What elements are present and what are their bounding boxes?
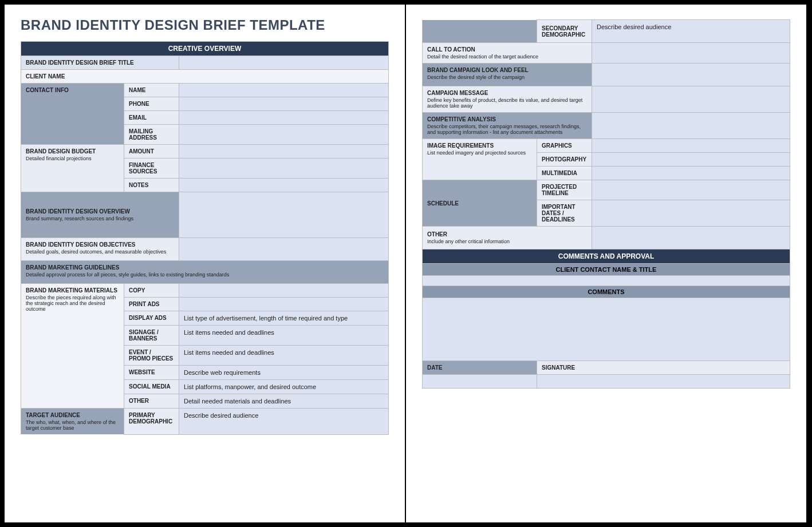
- label-competitive: COMPETITIVE ANALYSIS Describe competitor…: [423, 113, 592, 139]
- field-event[interactable]: List items needed and deadlines: [179, 346, 389, 366]
- label-cta-text: CALL TO ACTION: [427, 46, 475, 53]
- field-comments[interactable]: [423, 298, 790, 361]
- label-contact-info: CONTACT INFO: [21, 84, 124, 145]
- field-website[interactable]: Describe web requirements: [179, 366, 389, 380]
- label-competitive-text: COMPETITIVE ANALYSIS: [427, 116, 496, 122]
- label-overview-sub: Brand summary, research sources and find…: [26, 216, 174, 221]
- page-title: BRAND IDENTITY DESIGN BRIEF TEMPLATE: [21, 17, 389, 33]
- label-objectives-sub: Detailed goals, desired outcomes, and me…: [26, 249, 174, 255]
- label-signature: SIGNATURE: [537, 361, 790, 375]
- label-lookfeel: BRAND CAMPAIGN LOOK AND FEEL Describe th…: [423, 64, 592, 86]
- subheader-comments: COMMENTS: [423, 286, 790, 298]
- label-target-sub: The who, what, when, and where of the ta…: [26, 419, 119, 431]
- field-signature[interactable]: [537, 375, 790, 389]
- section-header-comments-approval: COMMENTS AND APPROVAL: [423, 249, 790, 264]
- label-target: TARGET AUDIENCE The who, what, when, and…: [21, 409, 124, 435]
- label-competitive-sub: Describe competitors, their campaign mes…: [427, 124, 587, 135]
- field-email[interactable]: [179, 111, 389, 125]
- page-1: BRAND IDENTITY DESIGN BRIEF TEMPLATE CRE…: [5, 5, 405, 522]
- field-print-ads[interactable]: [179, 298, 389, 311]
- field-objectives[interactable]: [179, 238, 389, 261]
- label-finance-sources: FINANCE SOURCES: [124, 159, 179, 179]
- field-message[interactable]: [592, 86, 790, 113]
- field-deadlines[interactable]: [592, 200, 790, 227]
- field-lookfeel[interactable]: [592, 64, 790, 86]
- field-other-mat[interactable]: Detail needed materials and deadlines: [179, 394, 389, 409]
- label-photography: PHOTOGRAPHY: [537, 153, 592, 167]
- field-display-ads[interactable]: List type of advertisement, length of ti…: [179, 311, 389, 326]
- field-other[interactable]: [592, 227, 790, 249]
- creative-overview-table-cont: SECONDARY DEMOGRAPHIC Describe desired a…: [422, 19, 790, 389]
- field-client-contact[interactable]: [423, 276, 790, 286]
- field-cta[interactable]: [592, 43, 790, 64]
- field-client-name[interactable]: [124, 70, 389, 84]
- document-spread: BRAND IDENTITY DESIGN BRIEF TEMPLATE CRE…: [5, 5, 806, 522]
- label-img-req-sub: List needed imagery and projected source…: [427, 150, 532, 156]
- field-date[interactable]: [423, 375, 537, 389]
- field-competitive[interactable]: [592, 113, 790, 139]
- label-other-text: OTHER: [427, 231, 447, 237]
- label-date: DATE: [423, 361, 537, 375]
- label-primary-demo: PRIMARY DEMOGRAPHIC: [124, 409, 179, 435]
- label-graphics: GRAPHICS: [537, 139, 592, 153]
- field-mailing-address[interactable]: [179, 125, 389, 145]
- label-guidelines-sub: Detailed approval process for all pieces…: [26, 272, 384, 278]
- field-graphics[interactable]: [592, 139, 790, 153]
- label-schedule: SCHEDULE: [423, 180, 537, 227]
- field-amount[interactable]: [179, 145, 389, 159]
- label-message-text: CAMPAIGN MESSAGE: [427, 90, 488, 96]
- label-deadlines: IMPORTANT DATES / DEADLINES: [537, 200, 592, 227]
- field-secondary-demo[interactable]: Describe desired audience: [592, 20, 790, 43]
- field-primary-demo[interactable]: Describe desired audience: [179, 409, 389, 435]
- label-email: EMAIL: [124, 111, 179, 125]
- label-target-cont: [423, 20, 537, 43]
- creative-overview-table: CREATIVE OVERVIEW BRAND IDENTITY DESIGN …: [21, 41, 389, 435]
- label-img-req-text: IMAGE REQUIREMENTS: [427, 142, 494, 149]
- field-notes[interactable]: [179, 179, 389, 192]
- label-img-req: IMAGE REQUIREMENTS List needed imagery a…: [423, 139, 537, 180]
- label-mailing-address: MAILING ADDRESS: [124, 125, 179, 145]
- label-copy: COPY: [124, 284, 179, 298]
- field-multimedia[interactable]: [592, 167, 790, 180]
- label-budget-text: BRAND DESIGN BUDGET: [26, 148, 96, 154]
- label-lookfeel-text: BRAND CAMPAIGN LOOK AND FEEL: [427, 67, 529, 73]
- label-materials-text: BRAND MARKETING MATERIALS: [26, 287, 117, 294]
- label-overview: BRAND IDENTITY DESIGN OVERVIEW Brand sum…: [21, 192, 179, 238]
- label-target-text: TARGET AUDIENCE: [26, 412, 80, 418]
- label-name: NAME: [124, 84, 179, 97]
- label-other-mat: OTHER: [124, 394, 179, 409]
- label-social: SOCIAL MEDIA: [124, 380, 179, 394]
- field-brief-title[interactable]: [179, 56, 389, 70]
- label-objectives-text: BRAND IDENTITY DESIGN OBJECTIVES: [26, 241, 136, 248]
- label-timeline: PROJECTED TIMELINE: [537, 180, 592, 200]
- field-name[interactable]: [179, 84, 389, 97]
- label-budget-sub: Detailed financial projections: [26, 156, 119, 161]
- label-website: WEBSITE: [124, 366, 179, 380]
- field-signage[interactable]: List items needed and deadlines: [179, 326, 389, 346]
- label-secondary-demo: SECONDARY DEMOGRAPHIC: [537, 20, 592, 43]
- field-finance-sources[interactable]: [179, 159, 389, 179]
- label-other-sub: Include any other critical information: [427, 239, 587, 244]
- section-header-creative-overview: CREATIVE OVERVIEW: [21, 42, 389, 56]
- label-materials-sub: Describe the pieces required along with …: [26, 295, 119, 312]
- label-guidelines-text: BRAND MARKETING GUIDELINES: [26, 264, 119, 271]
- field-social[interactable]: List platforms, manpower, and desired ou…: [179, 380, 389, 394]
- label-overview-text: BRAND IDENTITY DESIGN OVERVIEW: [26, 208, 130, 215]
- label-brief-title: BRAND IDENTITY DESIGN BRIEF TITLE: [21, 56, 179, 70]
- field-copy[interactable]: [179, 284, 389, 298]
- label-materials: BRAND MARKETING MATERIALS Describe the p…: [21, 284, 124, 409]
- label-phone: PHONE: [124, 97, 179, 111]
- label-other: OTHER Include any other critical informa…: [423, 227, 592, 249]
- label-cta: CALL TO ACTION Detail the desired reacti…: [423, 43, 592, 64]
- page-2: SECONDARY DEMOGRAPHIC Describe desired a…: [406, 5, 806, 522]
- field-overview[interactable]: [179, 192, 389, 238]
- label-budget: BRAND DESIGN BUDGET Detailed financial p…: [21, 145, 124, 192]
- label-lookfeel-sub: Describe the desired style of the campai…: [427, 74, 587, 80]
- label-multimedia: MULTIMEDIA: [537, 167, 592, 180]
- field-photography[interactable]: [592, 153, 790, 167]
- label-client-name: CLIENT NAME: [21, 70, 124, 84]
- field-timeline[interactable]: [592, 180, 790, 200]
- field-phone[interactable]: [179, 97, 389, 111]
- label-guidelines: BRAND MARKETING GUIDELINES Detailed appr…: [21, 261, 389, 284]
- label-objectives: BRAND IDENTITY DESIGN OBJECTIVES Detaile…: [21, 238, 179, 261]
